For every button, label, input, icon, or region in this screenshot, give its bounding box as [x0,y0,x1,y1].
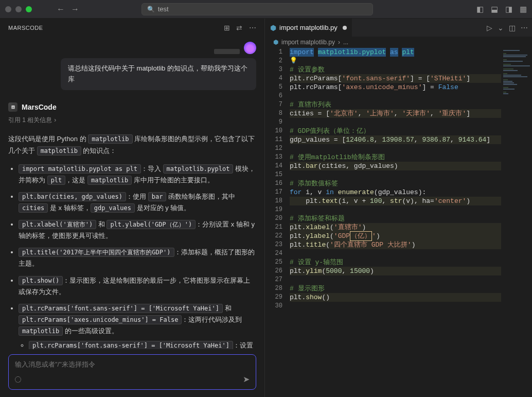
editor-tabs: ⬢ import matplotlib.py ▷ ⌄ ◫ ⋯ [265,19,532,37]
more-icon[interactable]: ⋯ [249,24,257,32]
panel-header: MARSCODE ⊞ ⇄ ⋯ [0,19,264,37]
code-line: plt.rcParams['font.sans-serif'] = ['STHe… [290,74,501,83]
tab-file[interactable]: ⬢ import matplotlib.py [265,19,352,37]
code-line: plt.show() [290,293,501,302]
code-line: 💡 [290,57,501,65]
code-line [290,92,501,100]
code-inline: gdp_values [91,203,135,213]
code-editor[interactable]: 1234567891011121314151617181920212223242… [265,48,532,397]
chat-panel: MARSCODE ⊞ ⇄ ⋯ 请总结这段代码中关于 matplotlib 的知识… [0,19,265,397]
window-maximize[interactable] [26,6,32,12]
code-line [290,170,501,179]
search-text: test [158,5,169,13]
code-line: cities = ['北京市', '上海市', '天津市', '重庆市'] [290,109,501,118]
code-inline: cities [19,203,48,213]
chevron-right-icon: › [338,39,340,46]
window-minimize[interactable] [15,6,22,12]
code-line: import matplotlib.pyplot as plt [290,48,501,57]
python-file-icon: ⬢ [270,24,276,32]
user-bubble: 请总结这段代码中关于 matplotlib 的知识点，帮助我学习这个库 [61,58,256,90]
code-area[interactable]: import matplotlib.pyplot as plt💡# 设置参数pl… [290,48,501,397]
input-placeholder: 输入消息或者"/"来选择指令 [15,360,250,369]
code-line: # 使用matplotlib绘制条形图 [290,153,501,162]
code-inline: plt.rcParams['font.sans-serif'] = ['Micr… [19,304,223,313]
breadcrumb[interactable]: ⬢ import matplotlib.py › ... [265,37,532,48]
code-inline: matplotlib [19,326,63,336]
code-inline: plt.title('2017年上半年中国四个直辖市的GDP') [19,248,174,257]
panel-title: MARSCODE [8,25,43,31]
input-bottom: ➤ [15,374,250,384]
list-item: plt.rcParams['font.sans-serif'] = ['Micr… [19,303,256,349]
tabs: ⬢ import matplotlib.py [265,19,352,37]
run-dropdown-icon[interactable]: ⌄ [498,24,504,32]
new-chat-icon[interactable]: ⊞ [224,24,230,32]
code-line: plt.xlabel('直辖市') [290,223,501,232]
code-line: plt.ylabel('GDP（亿）') [290,232,501,240]
code-line: plt.ylim(5000, 15000) [290,267,501,275]
bot-header: ⧈ MarsCode [8,102,256,112]
dirty-indicator-icon [343,26,347,30]
list-item: plt.title('2017年上半年中国四个直辖市的GDP')：添加标题，概括… [19,247,256,269]
titlebar: ← → 🔍 test ◧ ⬓ ◨ ▦ [0,0,532,19]
code-line [290,205,501,214]
code-line [290,302,501,310]
code-inline: plt.rcParams['axes.unicode_minus'] = Fal… [19,315,182,324]
editor-panel: ⬢ import matplotlib.py ▷ ⌄ ◫ ⋯ ⬢ import … [265,19,532,397]
editor-more-icon[interactable]: ⋯ [521,24,528,32]
traffic-lights [5,6,32,12]
code-line: for i, v in enumerate(gdp_values): [290,188,501,197]
search-icon: 🔍 [147,6,155,13]
code-inline: plt.bar(cities, gdp_values) [19,192,126,201]
code-line: # 添加数值标签 [290,179,501,188]
layout-bottom-icon[interactable]: ⬓ [491,5,498,14]
bot-name: MarsCode [22,103,57,111]
gutter: 1234567891011121314151617181920212223242… [265,48,290,397]
command-search-input[interactable]: 🔍 test [141,3,373,15]
breadcrumb-more: ... [343,39,348,46]
send-icon[interactable]: ➤ [243,374,250,384]
window-close[interactable] [5,6,11,12]
chevron-right-icon: › [54,116,56,124]
code-line [290,275,501,284]
code-inline: plt.xlabel('直辖市') [19,220,96,229]
code-line: plt.title('四个直辖市 GDP 大比拼') [290,240,501,249]
nav-forward-icon[interactable]: → [71,5,79,14]
lightbulb-icon[interactable]: 💡 [290,57,297,65]
input-area: 输入消息或者"/"来选择指令 ➤ [0,349,264,397]
nav-back-icon[interactable]: ← [57,5,65,14]
code-inline: plt.ylabel('GDP（亿）') [107,220,196,229]
chat-input[interactable]: 输入消息或者"/"来选择指令 ➤ [8,354,256,390]
run-icon[interactable]: ▷ [487,24,492,32]
tab-label: import matplotlib.py [279,24,338,31]
layout-secondary-icon[interactable]: ◨ [505,5,512,14]
code-inline: plt.show() [19,276,63,285]
settings-icon[interactable]: ⇄ [236,24,243,32]
bullet-list: import matplotlib.pyplot as plt：导入 matpl… [8,163,256,349]
code-inline: matplotlib.pyplot [163,164,234,174]
code-inline: matplotlib [87,176,132,185]
spinner-icon [15,376,21,383]
reference-link[interactable]: 引用 1 相关信息 › [8,116,256,125]
code-line: # 显示图形 [290,284,501,293]
user-message: 请总结这段代码中关于 matplotlib 的知识点，帮助我学习这个库 [8,58,256,90]
titlebar-actions: ◧ ⬓ ◨ ▦ [476,5,527,14]
intro-paragraph: 这段代码是使用 Python 的 matplotlib 库绘制条形图的典型示例，… [8,133,256,157]
chat-area: 请总结这段代码中关于 matplotlib 的知识点，帮助我学习这个库 ⧈ Ma… [0,37,264,349]
user-name-blur [214,49,240,54]
user-row [8,42,256,54]
minimap[interactable] [501,48,532,397]
layout-customize-icon[interactable]: ▦ [520,5,527,14]
code-inline: bar [148,192,167,201]
code-inline: matplotlib [37,146,81,156]
layout-primary-icon[interactable]: ◧ [476,5,484,14]
editor-actions: ▷ ⌄ ◫ ⋯ [487,24,528,32]
bot-body: 这段代码是使用 Python 的 matplotlib 库绘制条形图的典型示例，… [8,133,256,349]
breadcrumb-file: import matplotlib.py [281,39,335,46]
code-line: # 直辖市列表 [290,100,501,109]
code-inline: matplotlib [88,134,132,144]
list-item: plt.xlabel('直辖市') 和 plt.ylabel('GDP（亿）')… [19,219,256,241]
nav-arrows: ← → [57,5,79,14]
panel-actions: ⊞ ⇄ ⋯ [224,24,257,32]
split-icon[interactable]: ◫ [509,24,516,32]
code-line [290,118,501,127]
